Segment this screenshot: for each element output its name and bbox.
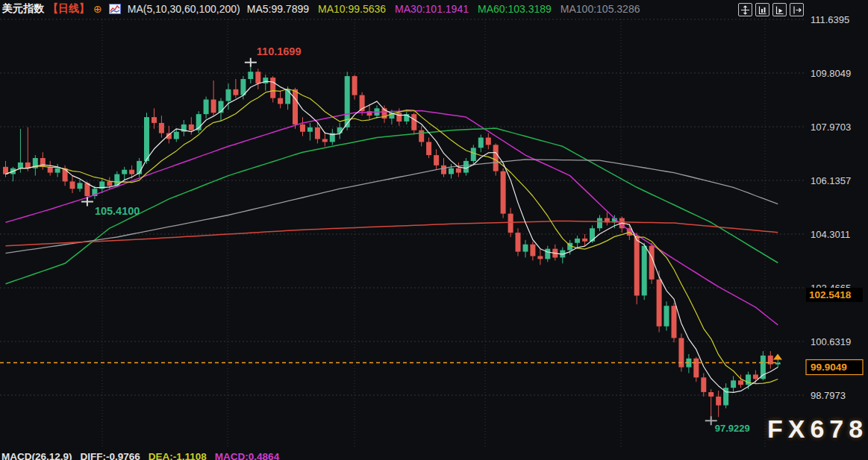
extra-price-label: 102.5418 bbox=[806, 288, 863, 302]
axis-play-icon[interactable] bbox=[772, 3, 787, 16]
macd-value: MACD:0.4864 bbox=[215, 451, 279, 460]
macd-value: DIFF:-0.9766 bbox=[81, 451, 140, 460]
price-chart-canvas[interactable]: 111.6395109.8049107.9703106.1357104.3011… bbox=[0, 0, 868, 460]
axis-scale-icon[interactable] bbox=[755, 3, 769, 16]
ma-value: MA30:101.1941 bbox=[395, 3, 469, 15]
ma-values: MA5:99.7899MA10:99.5636MA30:101.1941MA60… bbox=[247, 3, 640, 15]
annotation-text: 105.4100 bbox=[95, 205, 140, 217]
expand-icon[interactable]: ⊕ bbox=[93, 3, 102, 15]
indicator-label[interactable]: MA(5,10,30,60,100,200) bbox=[128, 3, 240, 15]
axis-label: 107.9703 bbox=[811, 122, 851, 133]
macd-indicator-bar: MACD(26,12,9)DIFF:-0.9766DEA:-1.1108MACD… bbox=[1, 451, 279, 460]
axis-label: 109.8049 bbox=[811, 68, 851, 79]
ma-value: MA5:99.7899 bbox=[247, 3, 309, 15]
axis-label: 104.3011 bbox=[811, 229, 850, 240]
macd-value: DEA:-1.1108 bbox=[149, 451, 207, 460]
candlestick-series bbox=[3, 63, 781, 421]
chart-toolbar bbox=[738, 3, 804, 16]
current-price-label: 99.9049 bbox=[806, 360, 863, 375]
symbol-title: 美元指数 bbox=[2, 2, 44, 16]
annotation-text: 110.1699 bbox=[257, 45, 302, 57]
current-price-line bbox=[0, 354, 782, 363]
period-tag[interactable]: 【日线】 bbox=[48, 2, 90, 16]
svg-text:99.9049: 99.9049 bbox=[811, 362, 847, 373]
annotation-high: 110.1699 bbox=[245, 45, 302, 67]
axis-label: 111.6395 bbox=[811, 14, 849, 25]
crosshair-move-icon[interactable] bbox=[738, 3, 752, 16]
axis-label: 100.6319 bbox=[811, 336, 851, 347]
ma-value: MA10:99.5636 bbox=[318, 3, 386, 15]
ma-value: MA60:103.3189 bbox=[478, 3, 552, 15]
indicator-bar: 美元指数 【日线】 ⊕ MA(5,10,30,60,100,200) MA5:9… bbox=[2, 1, 640, 16]
price-grid bbox=[0, 19, 805, 447]
pan-right-icon[interactable] bbox=[790, 3, 804, 16]
chart-window: 美元指数 【日线】 ⊕ MA(5,10,30,60,100,200) MA5:9… bbox=[0, 0, 868, 460]
ma-line-ma30 bbox=[6, 110, 778, 325]
macd-value: MACD(26,12,9) bbox=[1, 451, 72, 460]
axis-label: 106.1357 bbox=[811, 175, 851, 186]
annotation-text: 97.9229 bbox=[715, 423, 750, 434]
ma-value: MA100:105.3286 bbox=[561, 3, 640, 15]
svg-text:102.5418: 102.5418 bbox=[809, 289, 852, 300]
ma-line-ma5 bbox=[6, 81, 778, 392]
fx678-watermark: FX678 bbox=[767, 415, 868, 444]
price-arrow-icon bbox=[773, 354, 782, 360]
price-axis-labels[interactable]: 111.6395109.8049107.9703106.1357104.3011… bbox=[811, 14, 851, 401]
axis-label: 98.7973 bbox=[811, 390, 846, 401]
annotation-low-1: 105.4100 bbox=[81, 198, 140, 217]
ma-line-ma200 bbox=[6, 221, 778, 245]
annotation-low-2: 97.9229 bbox=[705, 416, 750, 434]
indicator-chart-icon[interactable] bbox=[109, 4, 121, 14]
